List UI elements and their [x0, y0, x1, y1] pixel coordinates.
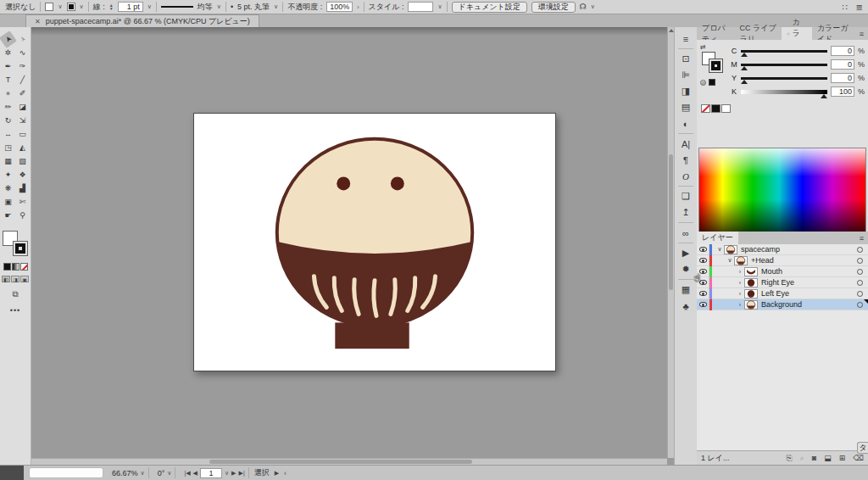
layer-target-icon[interactable]	[857, 291, 863, 297]
fill-swatch[interactable]	[45, 3, 53, 11]
yellow-value[interactable]: 0	[831, 73, 854, 83]
lasso-tool[interactable]: ∿	[16, 47, 29, 59]
color-spectrum[interactable]	[698, 148, 866, 243]
scale-tool[interactable]: ⇲	[16, 114, 29, 127]
stroke-proxy[interactable]	[13, 241, 28, 256]
opacity-more-icon[interactable]: ›	[357, 4, 359, 10]
paragraph-panel-icon[interactable]: ¶	[675, 152, 697, 168]
layer-row-head[interactable]: ∨ +Head	[697, 255, 868, 266]
layer-name[interactable]: Background	[761, 300, 802, 309]
expand-chevron-icon[interactable]: ›	[736, 291, 744, 297]
style-value[interactable]	[408, 2, 433, 12]
isolate-icon[interactable]: ☊	[580, 3, 587, 11]
white-swatch[interactable]	[721, 104, 731, 113]
visibility-eye-icon[interactable]	[697, 288, 709, 299]
layer-target-icon[interactable]	[857, 302, 863, 308]
eraser-tool[interactable]: ◪	[16, 101, 29, 114]
tab-color-guide[interactable]: カラーガイド	[812, 27, 855, 40]
layer-target-icon[interactable]	[857, 258, 863, 264]
visibility-eye-icon[interactable]	[697, 255, 709, 266]
status-back-icon[interactable]: ‹	[284, 469, 287, 477]
layer-target-icon[interactable]	[857, 247, 863, 253]
none-color-icon[interactable]: ⊘	[700, 80, 706, 86]
new-layer-icon[interactable]: ⊞	[839, 454, 846, 462]
draw-inside-button[interactable]: ▣	[20, 276, 29, 282]
eyedropper-tool[interactable]: ✦	[2, 169, 14, 181]
gradient-mode-button[interactable]	[12, 263, 19, 271]
actions-panel-icon[interactable]: ▶	[675, 245, 697, 261]
delete-layer-icon[interactable]: ⌫	[853, 454, 864, 462]
color-panel-menu-icon[interactable]: ≡	[855, 27, 868, 40]
locate-object-icon[interactable]: ⌕	[800, 454, 804, 463]
layer-target-icon[interactable]	[857, 280, 863, 286]
align-panel-icon[interactable]: ⊫	[675, 67, 697, 83]
layer-thumbnail[interactable]	[724, 245, 737, 254]
layer-thumbnail[interactable]	[744, 300, 758, 310]
color-mode-button[interactable]	[3, 263, 11, 271]
next-artboard-icon[interactable]: ▶	[231, 470, 236, 477]
style-chevron-icon[interactable]: ∨	[437, 3, 442, 10]
gradient-tool[interactable]: ▧	[16, 155, 29, 168]
stroke-width-stepper[interactable]: ▲▼	[109, 3, 114, 10]
transparency-panel-icon[interactable]: ◐	[675, 115, 697, 131]
zoom-level-value[interactable]: 66.67%	[112, 469, 138, 477]
stroke-swatch[interactable]	[67, 3, 75, 11]
rotation-chevron-icon[interactable]: ∨	[167, 470, 171, 477]
tab-layers[interactable]: レイヤー	[697, 232, 738, 244]
profile-chevron-icon[interactable]: ∨	[217, 3, 221, 10]
appearance-panel-icon[interactable]: ❏	[675, 188, 697, 204]
document-setup-button[interactable]: ドキュメント設定	[452, 2, 527, 13]
layer-row-left-eye[interactable]: › Left Eye	[697, 288, 868, 299]
clipping-mask-icon[interactable]: ◙	[812, 454, 816, 462]
stroke-width-chevron-icon[interactable]: ∨	[147, 3, 152, 10]
zoom-chevron-icon[interactable]: ∨	[141, 470, 145, 477]
horizontal-scrollbar[interactable]	[31, 458, 667, 465]
edit-toolbar-icon[interactable]: •••	[10, 306, 20, 315]
asset-export-panel-icon[interactable]: ↥	[675, 204, 697, 220]
layers-panel-menu-icon[interactable]: ≡	[855, 232, 868, 244]
new-sublayer-icon[interactable]: ⬓	[824, 454, 832, 462]
workspace-switcher-icon[interactable]: ≣	[856, 3, 863, 12]
layer-thumbnail[interactable]	[744, 289, 758, 299]
tab-color[interactable]: ○ カラー	[782, 27, 812, 40]
layer-row-mouth[interactable]: › Mouth	[697, 266, 868, 277]
paintbrush-tool[interactable]: ✐	[16, 87, 29, 100]
none-mode-button[interactable]	[20, 263, 28, 271]
stroke-width-value[interactable]: 1 pt	[118, 2, 143, 12]
magenta-value[interactable]: 0	[831, 59, 854, 70]
fill-chevron-icon[interactable]: ∨	[58, 3, 62, 10]
cyan-value[interactable]: 0	[831, 46, 854, 56]
rotate-tool[interactable]: ↻	[2, 114, 14, 127]
column-graph-tool[interactable]: ▟	[16, 182, 29, 195]
shape-builder-tool[interactable]: ◳	[2, 142, 14, 154]
stroke-chevron-icon[interactable]: ∨	[80, 3, 84, 10]
layer-row-background[interactable]: › Background	[697, 299, 868, 310]
profile-label[interactable]: 均等	[198, 2, 213, 13]
symbols-panel-icon[interactable]: ♣	[675, 298, 697, 314]
preferences-button[interactable]: 環境設定	[531, 2, 576, 13]
blend-tool[interactable]: ❖	[16, 169, 29, 181]
arrange-documents-icon[interactable]: ∷	[842, 3, 847, 12]
ellipse-tool[interactable]: ●	[2, 87, 14, 100]
perspective-grid-tool[interactable]: ◭	[16, 142, 29, 154]
screen-mode-icon[interactable]: ⧉	[12, 289, 18, 299]
magic-wand-tool[interactable]: ✲	[2, 47, 14, 59]
visibility-eye-icon[interactable]	[697, 299, 709, 310]
layer-name[interactable]: Mouth	[761, 267, 782, 276]
visibility-eye-icon[interactable]	[697, 244, 709, 255]
black-slider[interactable]	[741, 90, 827, 94]
brush-chevron-icon[interactable]: ∨	[274, 3, 278, 10]
opacity-value[interactable]: 100%	[326, 2, 353, 12]
expand-chevron-icon[interactable]: ∨	[715, 246, 724, 253]
close-tab-icon[interactable]: ✕	[35, 18, 41, 25]
artboard-tool[interactable]: ▣	[2, 196, 14, 209]
layer-thumbnail[interactable]	[744, 278, 758, 287]
tab-cc-libraries[interactable]: CC ライブラリ	[734, 27, 781, 40]
layer-name[interactable]: Right Eye	[761, 278, 794, 287]
layer-target-icon[interactable]	[857, 269, 863, 275]
first-artboard-icon[interactable]: |◀	[184, 470, 190, 477]
magenta-slider[interactable]	[741, 64, 827, 66]
expand-chevron-icon[interactable]: ›	[736, 302, 744, 308]
opentype-panel-icon[interactable]: O	[675, 168, 697, 184]
canvas[interactable]	[31, 27, 667, 458]
